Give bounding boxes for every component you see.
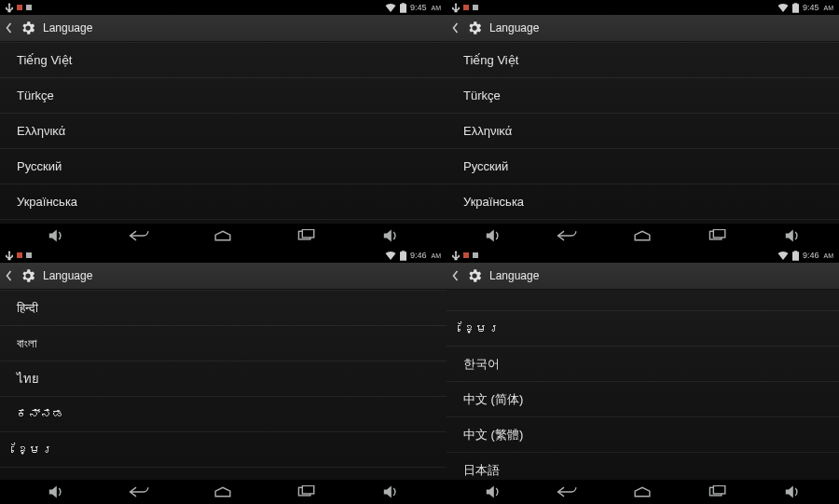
battery-icon: [792, 251, 799, 261]
back-button[interactable]: [4, 270, 13, 281]
settings-icon[interactable]: [19, 266, 37, 285]
language-option[interactable]: 中文 (繁體): [447, 417, 839, 453]
language-label: ខ្មែរ: [463, 321, 501, 335]
language-option[interactable]: 한국어: [447, 347, 839, 382]
status-bar: 9:46AM: [447, 248, 839, 263]
language-option[interactable]: Русский: [0, 149, 447, 184]
language-label: Tiếng Việt: [463, 53, 518, 67]
recents-nav-button[interactable]: [279, 485, 335, 498]
language-option[interactable]: Ελληνικά: [447, 114, 839, 149]
svg-rect-3: [713, 229, 724, 238]
language-option[interactable]: Türkçe: [0, 78, 447, 114]
back-nav-button[interactable]: [540, 229, 596, 242]
language-option[interactable]: 日本語: [447, 453, 839, 480]
language-option[interactable]: ខ្មែរ: [0, 432, 447, 468]
language-label: हिन्दी: [17, 301, 38, 316]
volume-down-button[interactable]: [465, 228, 521, 243]
language-option[interactable]: Українська: [447, 184, 839, 220]
status-time: 9:46: [803, 251, 819, 260]
volume-down-button[interactable]: [28, 484, 84, 499]
home-nav-button[interactable]: [195, 229, 251, 242]
language-option[interactable]: বাংলা: [0, 326, 447, 361]
language-label: Ελληνικά: [463, 124, 512, 138]
page-title: Language: [489, 269, 539, 282]
language-label: Українська: [463, 195, 524, 209]
back-button[interactable]: [450, 270, 460, 281]
language-option[interactable]: ಕನ್ನಡ: [0, 397, 447, 432]
language-option[interactable]: हिन्दी: [0, 290, 447, 326]
language-option[interactable]: Türkçe: [447, 78, 839, 114]
language-option[interactable]: Ελληνικά: [0, 114, 447, 149]
language-option[interactable]: ខ្មែរ: [447, 311, 839, 347]
page-title: Language: [489, 21, 539, 34]
volume-up-button[interactable]: [764, 228, 820, 243]
svg-rect-7: [713, 485, 724, 494]
volume-up-button[interactable]: [764, 484, 820, 499]
battery-icon: [400, 3, 406, 13]
volume-up-button[interactable]: [363, 484, 419, 499]
back-button[interactable]: [4, 22, 13, 34]
volume-up-button[interactable]: [363, 228, 419, 243]
settings-icon[interactable]: [465, 19, 484, 37]
usb-icon: [6, 251, 13, 261]
status-indicator-icon: [463, 252, 469, 258]
navigation-bar: [0, 480, 447, 504]
battery-icon: [400, 251, 406, 261]
language-label: 日本語: [463, 462, 500, 479]
gear-icon: [466, 267, 483, 284]
volume-down-button[interactable]: [465, 484, 521, 499]
status-indicator-icon: [473, 252, 478, 258]
language-label: Tiếng Việt: [17, 53, 72, 67]
gear-icon: [466, 20, 483, 36]
status-time-ampm: AM: [432, 252, 442, 259]
gear-icon: [20, 20, 36, 36]
language-option[interactable]: 中文 (简体): [447, 382, 839, 417]
recents-nav-button[interactable]: [690, 229, 746, 242]
home-nav-button[interactable]: [614, 229, 670, 242]
status-bar: 9:46AM: [0, 248, 447, 263]
usb-icon: [452, 3, 460, 13]
language-label: Türkçe: [17, 89, 54, 102]
language-label: ಕನ್ನಡ: [17, 407, 64, 421]
language-option[interactable]: Українська: [0, 184, 447, 220]
language-list[interactable]: Tiếng ViệtTürkçeΕλληνικάРусскийУкраїнськ…: [447, 42, 839, 224]
back-button[interactable]: [450, 22, 460, 34]
battery-icon: [792, 3, 799, 13]
list-item-partial[interactable]: [447, 290, 839, 311]
recents-nav-button[interactable]: [279, 229, 335, 242]
status-indicator-icon: [17, 5, 22, 10]
navigation-bar: [0, 224, 447, 248]
usb-icon: [6, 3, 13, 13]
language-label: ខ្មែរ: [17, 443, 54, 456]
action-bar: Language: [447, 15, 839, 42]
language-label: 中文 (繁體): [463, 427, 523, 443]
settings-icon[interactable]: [19, 19, 37, 37]
language-list[interactable]: हिन्दीবাংলাไทยಕನ್ನಡខ្មែរ: [0, 290, 447, 480]
gear-icon: [20, 267, 36, 284]
back-nav-button[interactable]: [112, 485, 168, 498]
language-list[interactable]: ខ្មែរ한국어中文 (简体)中文 (繁體)日本語: [447, 290, 839, 480]
language-option[interactable]: Русский: [447, 149, 839, 184]
language-list[interactable]: Tiếng ViệtTürkçeΕλληνικάРусскийУкраїнськ…: [0, 42, 447, 224]
back-nav-button[interactable]: [540, 485, 596, 498]
home-nav-button[interactable]: [614, 485, 670, 498]
wifi-icon: [385, 251, 396, 260]
recents-nav-button[interactable]: [690, 485, 746, 498]
page-title: Language: [43, 269, 92, 282]
svg-rect-1: [303, 229, 314, 238]
status-time: 9:45: [410, 3, 427, 12]
language-option[interactable]: Tiếng Việt: [447, 42, 839, 78]
language-option[interactable]: Tiếng Việt: [0, 42, 447, 78]
home-nav-button[interactable]: [195, 485, 251, 498]
volume-down-button[interactable]: [28, 228, 84, 243]
language-label: বাংলা: [17, 336, 37, 351]
language-option[interactable]: ไทย: [0, 361, 447, 397]
settings-language-panel: 9:46AM Language ខ្មែរ한국어中文 (简体)中文 (繁體)日本…: [447, 248, 839, 504]
language-label: Українська: [17, 195, 77, 209]
status-time-ampm: AM: [824, 5, 834, 11]
action-bar: Language: [447, 263, 839, 290]
wifi-icon: [777, 251, 789, 260]
settings-icon[interactable]: [465, 266, 484, 285]
back-nav-button[interactable]: [112, 229, 168, 242]
status-indicator-icon: [17, 252, 22, 258]
